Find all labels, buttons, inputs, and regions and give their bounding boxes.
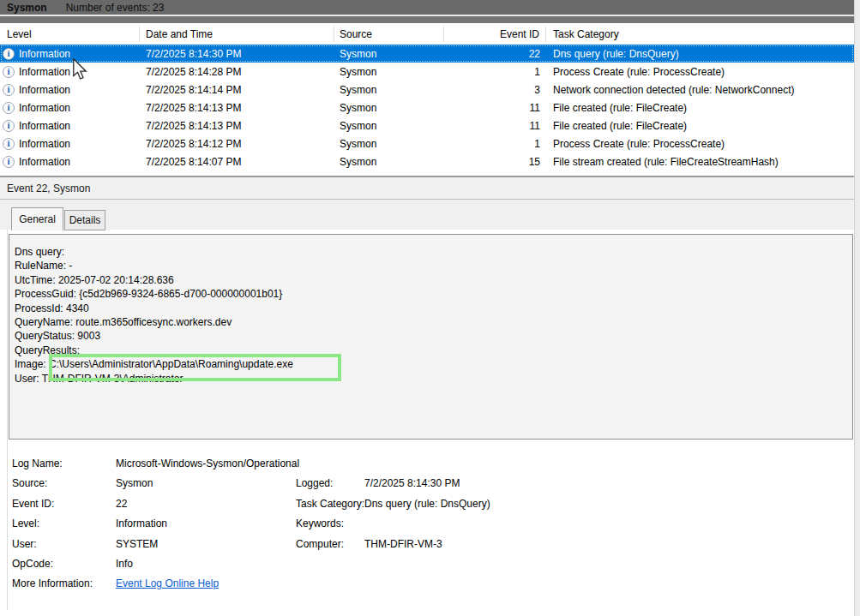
information-icon: i bbox=[3, 102, 15, 114]
source-cell: Sysmon bbox=[334, 45, 444, 63]
property-value: Information bbox=[116, 517, 167, 529]
property-label-2: Keywords: bbox=[296, 517, 344, 529]
level-cell: iInformation bbox=[0, 135, 140, 153]
tab-details[interactable]: Details bbox=[64, 210, 105, 230]
description-line: QueryStatus: 9003 bbox=[15, 329, 847, 343]
property-row: Event ID:22Task Category:Dns query (rule… bbox=[0, 494, 860, 514]
event-row[interactable]: iInformation7/2/2025 8:14:12 PMSysmon1Pr… bbox=[0, 135, 854, 153]
level-cell: iInformation bbox=[0, 81, 140, 99]
event-row[interactable]: iInformation7/2/2025 8:14:30 PMSysmon22D… bbox=[0, 45, 854, 63]
property-label: Level: bbox=[12, 517, 39, 529]
taskcategory-cell: Process Create (rule: ProcessCreate) bbox=[546, 63, 854, 81]
description-line: Dns query: bbox=[15, 245, 847, 259]
source-cell: Sysmon bbox=[334, 117, 444, 135]
source-cell: Sysmon bbox=[334, 63, 444, 81]
column-header-source[interactable]: Source bbox=[334, 26, 444, 42]
datetime-cell: 7/2/2025 8:14:12 PM bbox=[140, 135, 334, 153]
property-value-2: THM-DFIR-VM-3 bbox=[364, 538, 442, 550]
level-label: Information bbox=[19, 156, 70, 168]
property-label: User: bbox=[12, 538, 37, 550]
eventid-cell: 1 bbox=[444, 135, 546, 153]
level-label: Information bbox=[19, 48, 70, 60]
property-value: Info bbox=[116, 558, 133, 570]
column-header-date[interactable]: Date and Time bbox=[140, 26, 334, 42]
log-name-label: Sysmon bbox=[7, 2, 47, 14]
list-column-header: Level Date and Time Source Event ID Task… bbox=[0, 23, 854, 45]
event-row[interactable]: iInformation7/2/2025 8:14:13 PMSysmon11F… bbox=[0, 99, 854, 117]
event-viewer-window: Sysmon Number of events: 23 Level Date a… bbox=[0, 0, 860, 616]
event-count-label: Number of events: 23 bbox=[66, 2, 165, 14]
description-line: ProcessGuid: {c5d2b969-9324-6865-d700-00… bbox=[15, 287, 847, 301]
property-row: OpCode:Info bbox=[0, 554, 860, 574]
log-title-bar: Sysmon Number of events: 23 bbox=[0, 0, 860, 15]
description-line: ProcessId: 4340 bbox=[15, 302, 847, 315]
property-label: OpCode: bbox=[12, 558, 53, 570]
property-value: Microsoft-Windows-Sysmon/Operational bbox=[116, 458, 299, 469]
information-icon: i bbox=[3, 84, 15, 96]
column-header-taskcategory[interactable]: Task Category bbox=[546, 26, 854, 42]
property-label-2: Logged: bbox=[296, 477, 333, 489]
datetime-cell: 7/2/2025 8:14:13 PM bbox=[140, 99, 334, 117]
property-value: 22 bbox=[116, 498, 127, 510]
event-log-online-help-link[interactable]: Event Log Online Help bbox=[116, 577, 219, 589]
level-label: Information bbox=[19, 120, 70, 132]
source-cell: Sysmon bbox=[334, 153, 444, 170]
property-label-2: Task Category: bbox=[296, 498, 364, 510]
eventid-cell: 3 bbox=[444, 81, 546, 99]
description-line: QueryName: route.m365officesync.workers.… bbox=[15, 315, 847, 329]
column-header-level[interactable]: Level bbox=[0, 26, 140, 42]
information-icon: i bbox=[3, 138, 15, 150]
datetime-cell: 7/2/2025 8:14:28 PM bbox=[140, 63, 334, 81]
preview-tabstrip: General Details bbox=[0, 200, 860, 230]
vertical-scrollbar[interactable] bbox=[854, 0, 860, 616]
taskcategory-cell: Process Create (rule: ProcessCreate) bbox=[546, 135, 854, 153]
event-list: iInformation7/2/2025 8:14:30 PMSysmon22D… bbox=[0, 45, 854, 176]
level-cell: iInformation bbox=[0, 117, 140, 135]
level-cell: iInformation bbox=[0, 63, 140, 81]
property-label-2: Computer: bbox=[296, 538, 344, 550]
property-row: More Information:Event Log Online Help bbox=[0, 574, 860, 594]
source-cell: Sysmon bbox=[334, 81, 444, 99]
datetime-cell: 7/2/2025 8:14:14 PM bbox=[140, 81, 334, 99]
property-label: Source: bbox=[12, 477, 47, 489]
taskcategory-cell: File stream created (rule: FileCreateStr… bbox=[546, 153, 854, 170]
level-label: Information bbox=[19, 102, 70, 114]
property-row: Log Name:Microsoft-Windows-Sysmon/Operat… bbox=[0, 454, 860, 474]
preview-pane-title: Event 22, Sysmon bbox=[0, 177, 860, 200]
information-icon: i bbox=[3, 48, 15, 60]
event-description-box[interactable]: Dns query:RuleName: -UtcTime: 2025-07-02… bbox=[9, 234, 853, 440]
information-icon: i bbox=[3, 156, 15, 168]
information-icon: i bbox=[3, 120, 15, 132]
event-row[interactable]: iInformation7/2/2025 8:14:28 PMSysmon1Pr… bbox=[0, 63, 854, 81]
property-row: User:SYSTEMComputer:THM-DFIR-VM-3 bbox=[0, 535, 860, 554]
information-icon: i bbox=[3, 66, 15, 78]
datetime-cell: 7/2/2025 8:14:07 PM bbox=[140, 153, 334, 170]
source-cell: Sysmon bbox=[334, 99, 444, 117]
description-line: UtcTime: 2025-07-02 20:14:28.636 bbox=[15, 273, 847, 287]
property-label: Log Name: bbox=[12, 458, 63, 469]
taskcategory-cell: File created (rule: FileCreate) bbox=[546, 117, 854, 135]
level-label: Information bbox=[19, 138, 70, 150]
title-bar-lower-strip bbox=[0, 16, 860, 23]
level-label: Information bbox=[19, 84, 70, 96]
level-cell: iInformation bbox=[0, 153, 140, 170]
column-header-eventid[interactable]: Event ID bbox=[444, 26, 546, 42]
event-row[interactable]: iInformation7/2/2025 8:14:07 PMSysmon15F… bbox=[0, 153, 854, 170]
eventid-cell: 1 bbox=[444, 63, 546, 81]
property-row: Source:SysmonLogged:7/2/2025 8:14:30 PM bbox=[0, 474, 860, 493]
property-value-2: Dns query (rule: DnsQuery) bbox=[364, 498, 490, 510]
event-row[interactable]: iInformation7/2/2025 8:14:14 PMSysmon3Ne… bbox=[0, 81, 854, 99]
eventid-cell: 22 bbox=[444, 45, 546, 63]
taskcategory-cell: File created (rule: FileCreate) bbox=[546, 99, 854, 117]
taskcategory-cell: Dns query (rule: DnsQuery) bbox=[546, 45, 854, 63]
description-line: RuleName: - bbox=[15, 259, 847, 272]
tab-general[interactable]: General bbox=[11, 207, 63, 230]
eventid-cell: 11 bbox=[444, 99, 546, 117]
eventid-cell: 11 bbox=[444, 117, 546, 135]
event-row[interactable]: iInformation7/2/2025 8:14:13 PMSysmon11F… bbox=[0, 117, 854, 135]
property-label: Event ID: bbox=[12, 498, 54, 510]
level-label: Information bbox=[19, 66, 70, 78]
annotation-rectangle bbox=[49, 354, 341, 381]
eventid-cell: 15 bbox=[444, 153, 546, 170]
datetime-cell: 7/2/2025 8:14:30 PM bbox=[140, 45, 334, 63]
